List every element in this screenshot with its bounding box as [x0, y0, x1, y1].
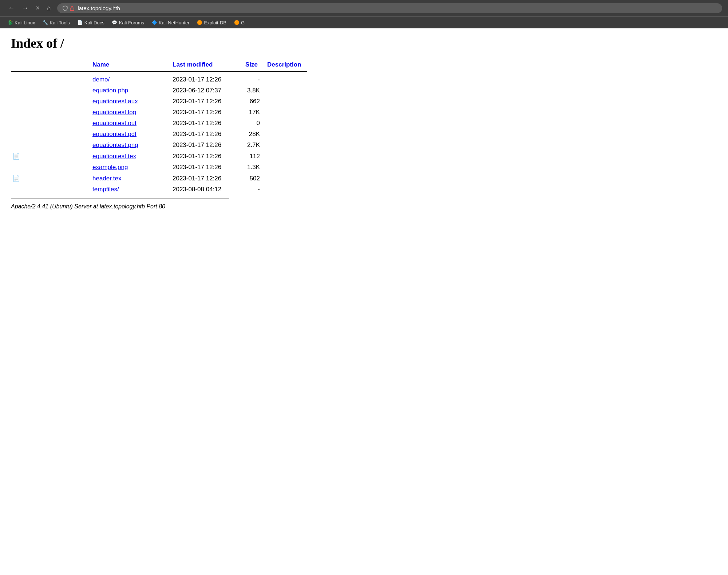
file-icon: 📄 [11, 173, 91, 184]
nav-buttons: ← → × ⌂ [6, 3, 53, 13]
file-description [266, 140, 307, 151]
file-modified: 2023-01-17 12:26 [171, 107, 244, 118]
file-modified: 2023-01-17 12:26 [171, 140, 244, 151]
server-info: Apache/2.4.41 (Ubuntu) Server at latex.t… [11, 203, 717, 210]
table-row: equation.php2023-06-12 07:373.8K [11, 85, 307, 96]
file-modified: 2023-01-17 12:26 [171, 173, 244, 184]
file-name: equationtest.tex [91, 151, 171, 162]
file-icon [11, 107, 91, 118]
file-name: equationtest.png [91, 140, 171, 151]
file-name: equationtest.aux [91, 96, 171, 107]
table-row: equationtest.out2023-01-17 12:260 [11, 118, 307, 129]
th-name: Name [91, 60, 171, 72]
directory-table: Name Last modified Size Description demo… [11, 60, 307, 195]
bookmark-kali-forums[interactable]: 💬 Kali Forums [109, 19, 147, 27]
close-button[interactable]: × [33, 3, 42, 13]
kali-tools-icon: 🔧 [42, 20, 48, 25]
bookmark-kali-linux[interactable]: 🐉 Kali Linux [4, 19, 38, 27]
file-description [266, 129, 307, 140]
sort-modified-link[interactable]: Last modified [173, 61, 213, 68]
file-link[interactable]: equationtest.log [92, 109, 136, 116]
kali-forums-icon: 💬 [112, 20, 118, 25]
kali-nethunter-icon: 🔷 [151, 20, 157, 25]
file-link[interactable]: demo/ [92, 76, 110, 83]
file-link[interactable]: equationtest.aux [92, 98, 138, 105]
file-link[interactable]: equationtest.pdf [92, 131, 136, 137]
bottom-divider [11, 199, 229, 199]
file-modified: 2023-06-12 07:37 [171, 85, 244, 96]
file-description [266, 162, 307, 173]
file-link[interactable]: tempfiles/ [92, 186, 119, 193]
file-modified: 2023-08-08 04:12 [171, 184, 244, 195]
table-row: 📄header.tex2023-01-17 12:26502 [11, 173, 307, 184]
bookmark-g[interactable]: 🟠 G [231, 19, 248, 27]
file-size: 1.3K [244, 162, 266, 173]
file-icon [11, 72, 91, 85]
file-link[interactable]: header.tex [92, 175, 121, 182]
file-link[interactable]: equationtest.png [92, 141, 138, 148]
home-button[interactable]: ⌂ [45, 3, 53, 13]
bookmark-g-label: G [241, 20, 245, 25]
sort-size-link[interactable]: Size [245, 61, 258, 68]
bookmark-kali-nethunter[interactable]: 🔷 Kali NetHunter [149, 19, 193, 27]
forward-button[interactable]: → [20, 3, 31, 13]
file-modified: 2023-01-17 12:26 [171, 162, 244, 173]
g-icon: 🟠 [234, 20, 240, 25]
th-name-icon [11, 60, 91, 72]
exploit-db-icon: 🟠 [197, 20, 203, 25]
file-name: equationtest.log [91, 107, 171, 118]
file-size: 112 [244, 151, 266, 162]
bookmark-kali-docs-label: Kali Docs [84, 20, 104, 25]
file-name: example.png [91, 162, 171, 173]
file-link[interactable]: equation.php [92, 87, 128, 94]
svg-rect-0 [70, 8, 74, 11]
file-list: demo/2023-01-17 12:26-equation.php2023-0… [11, 72, 307, 195]
file-description [266, 118, 307, 129]
file-modified: 2023-01-17 12:26 [171, 72, 244, 85]
sort-name-link[interactable]: Name [92, 61, 109, 68]
table-row: 📄equationtest.tex2023-01-17 12:26112 [11, 151, 307, 162]
file-description [266, 96, 307, 107]
table-row: equationtest.log2023-01-17 12:2617K [11, 107, 307, 118]
file-icon [11, 129, 91, 140]
file-size: 662 [244, 96, 266, 107]
th-size: Size [244, 60, 266, 72]
file-size: 0 [244, 118, 266, 129]
table-row: example.png2023-01-17 12:261.3K [11, 162, 307, 173]
bookmark-exploit-db-label: Exploit-DB [204, 20, 226, 25]
file-link[interactable]: equationtest.out [92, 120, 136, 127]
file-icon [11, 85, 91, 96]
bookmark-kali-tools[interactable]: 🔧 Kali Tools [39, 19, 72, 27]
file-modified: 2023-01-17 12:26 [171, 118, 244, 129]
back-button[interactable]: ← [6, 3, 17, 13]
bookmark-exploit-db[interactable]: 🟠 Exploit-DB [194, 19, 229, 27]
file-icon [11, 118, 91, 129]
file-icon: 📄 [11, 151, 91, 162]
bookmark-kali-nethunter-label: Kali NetHunter [159, 20, 190, 25]
address-url[interactable]: latex.topology.htb [78, 5, 120, 11]
file-link[interactable]: example.png [92, 164, 128, 171]
sort-desc-link[interactable]: Description [267, 61, 301, 68]
table-row: demo/2023-01-17 12:26- [11, 72, 307, 85]
file-size: 3.8K [244, 85, 266, 96]
shield-icon [62, 5, 68, 11]
kali-docs-icon: 📄 [77, 20, 83, 25]
file-size: - [244, 72, 266, 85]
file-link[interactable]: equationtest.tex [92, 153, 136, 160]
file-size: 17K [244, 107, 266, 118]
security-icons [62, 5, 75, 11]
file-name: equation.php [91, 85, 171, 96]
browser-toolbar: ← → × ⌂ latex.topology.htb [0, 0, 728, 16]
bookmark-kali-docs[interactable]: 📄 Kali Docs [74, 19, 107, 27]
page-content: Index of / Name Last modified Size Descr… [0, 28, 728, 574]
file-name: tempfiles/ [91, 184, 171, 195]
file-size: 502 [244, 173, 266, 184]
file-size: - [244, 184, 266, 195]
file-icon [11, 140, 91, 151]
file-description [266, 173, 307, 184]
address-bar-container[interactable]: latex.topology.htb [57, 3, 722, 13]
th-modified: Last modified [171, 60, 244, 72]
file-description [266, 85, 307, 96]
file-name: demo/ [91, 72, 171, 85]
browser-chrome: ← → × ⌂ latex.topology.htb 🐉 Kal [0, 0, 728, 28]
